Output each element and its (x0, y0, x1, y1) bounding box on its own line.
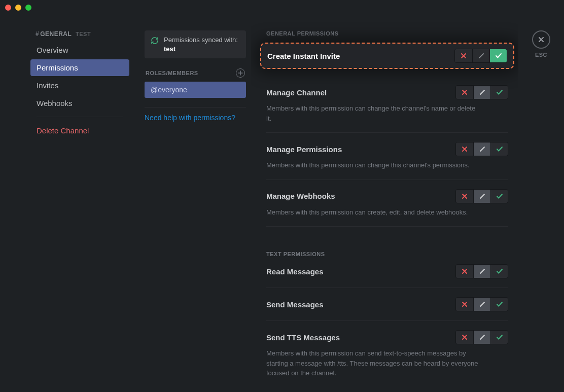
perm-allow-read-messages[interactable] (490, 265, 508, 278)
perm-title-read-messages: Read Messages (266, 267, 324, 276)
add-role-button[interactable] (236, 68, 245, 78)
settings-sidebar: #GENERAL TEST Overview Permissions Invit… (0, 15, 134, 392)
perm-title-send-tts: Send TTS Messages (266, 333, 340, 342)
window-close-dot[interactable] (5, 5, 11, 11)
perm-deny-manage-permissions[interactable] (456, 142, 473, 156)
perm-neutral-read-messages[interactable] (473, 265, 490, 278)
mid-divider (145, 107, 246, 108)
perm-toggle-manage-webhooks (455, 189, 508, 203)
perm-desc-manage-webhooks: Members with this permission can create,… (266, 207, 479, 218)
perm-deny-create-invite[interactable] (455, 49, 472, 62)
perm-desc-manage-permissions: Members with this permission can change … (266, 160, 479, 170)
perm-toggle-read-messages (455, 264, 508, 278)
role-everyone[interactable]: @everyone (145, 82, 246, 98)
perm-neutral-send-tts[interactable] (473, 331, 490, 344)
perm-title-manage-webhooks: Manage Webhooks (266, 192, 335, 200)
perm-deny-manage-webhooks[interactable] (456, 190, 473, 203)
sync-icon (151, 37, 159, 45)
permissions-panel: GENERAL PERMISSIONS Create Instant Invit… (251, 15, 518, 392)
sync-server-name: test (164, 45, 175, 53)
close-label: ESC (535, 52, 547, 58)
sidebar-item-invites[interactable]: Invites (30, 77, 129, 94)
highlighted-permission-row: Create Instant Invite (260, 43, 514, 69)
perm-divider (266, 132, 508, 133)
section-header-general: GENERAL PERMISSIONS (266, 30, 508, 37)
perm-toggle-manage-channel (455, 85, 508, 99)
perm-toggle-manage-permissions (455, 142, 508, 156)
sidebar-divider (37, 117, 123, 117)
sidebar-item-delete-channel[interactable]: Delete Channel (30, 122, 129, 139)
perm-divider (266, 288, 508, 288)
perm-neutral-send-messages[interactable] (473, 298, 490, 311)
roles-members-header: ROLES/MEMBERS (146, 70, 198, 76)
perm-divider (266, 320, 508, 321)
sync-status-box: Permissions synced with: test (145, 30, 246, 58)
perm-allow-send-tts[interactable] (490, 331, 508, 344)
perm-deny-read-messages[interactable] (456, 265, 473, 278)
perm-toggle-create-invite (454, 49, 507, 63)
perm-title-manage-permissions: Manage Permissions (266, 145, 342, 154)
window-minimize-dot[interactable] (15, 5, 21, 11)
sidebar-item-permissions[interactable]: Permissions (30, 59, 129, 76)
perm-allow-manage-channel[interactable] (490, 86, 508, 99)
perm-title-manage-channel: Manage Channel (266, 88, 327, 97)
sidebar-channel-header: #GENERAL TEST (0, 30, 134, 42)
perm-toggle-send-messages (455, 297, 508, 311)
perm-divider (266, 180, 508, 180)
window-maximize-dot[interactable] (25, 5, 31, 11)
perm-desc-send-tts: Members with this permission can send te… (266, 348, 479, 378)
perm-neutral-create-invite[interactable] (472, 49, 489, 62)
sidebar-item-webhooks[interactable]: Webhooks (30, 95, 129, 112)
window-titlebar (0, 0, 564, 15)
perm-toggle-send-tts (455, 330, 508, 344)
perm-title-send-messages: Send Messages (266, 300, 324, 309)
close-button[interactable] (532, 30, 550, 49)
perm-neutral-manage-channel[interactable] (473, 86, 490, 99)
perm-title-create-invite: Create Instant Invite (267, 52, 340, 60)
roles-column: Permissions synced with: test ROLES/MEMB… (134, 15, 251, 392)
hash-icon: # (36, 30, 39, 38)
perm-neutral-manage-webhooks[interactable] (473, 190, 490, 203)
perm-divider (266, 226, 508, 227)
perm-desc-manage-channel: Members with this permission can change … (266, 103, 479, 123)
perm-deny-send-messages[interactable] (456, 298, 473, 311)
section-header-text: TEXT PERMISSIONS (266, 251, 508, 257)
perm-neutral-manage-permissions[interactable] (473, 142, 490, 156)
sidebar-item-overview[interactable]: Overview (30, 42, 129, 58)
perm-allow-manage-permissions[interactable] (490, 142, 508, 156)
perm-allow-send-messages[interactable] (490, 298, 508, 311)
perm-allow-create-invite[interactable] (489, 49, 507, 62)
perm-deny-send-tts[interactable] (456, 331, 473, 344)
permissions-help-link[interactable]: Need help with permissions? (145, 114, 246, 122)
perm-deny-manage-channel[interactable] (456, 86, 473, 99)
close-column: ESC (518, 15, 564, 392)
perm-allow-manage-webhooks[interactable] (490, 190, 508, 203)
sync-label: Permissions synced with: (164, 36, 238, 44)
